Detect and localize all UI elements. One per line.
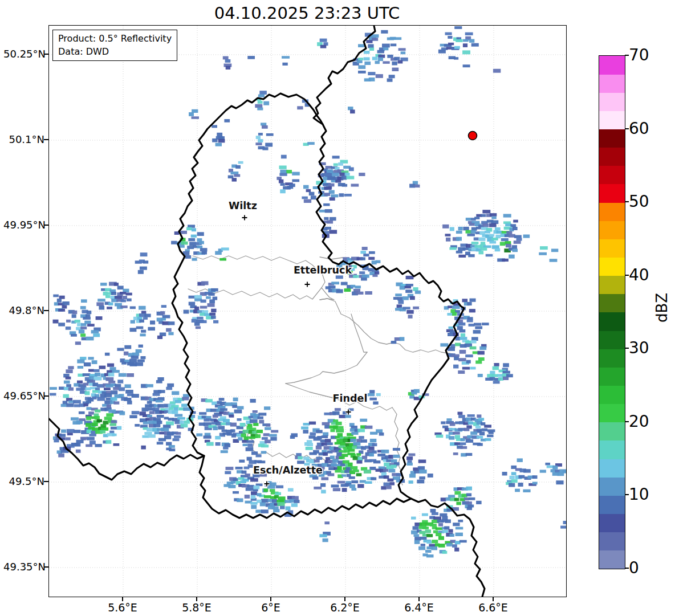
data-source-line: Data: DWD bbox=[58, 45, 172, 58]
colorbar-segment bbox=[599, 367, 625, 386]
y-tick-mark bbox=[44, 566, 48, 568]
radar-echo-layer bbox=[50, 26, 566, 557]
colorbar-tick-mark bbox=[625, 494, 629, 495]
x-tick-label: 6.2°E bbox=[322, 601, 368, 614]
colorbar-segment bbox=[599, 202, 625, 221]
region-border bbox=[286, 352, 367, 384]
city-marker bbox=[242, 215, 247, 221]
y-tick-label: 50.1°N bbox=[3, 133, 44, 146]
city-marker bbox=[305, 282, 310, 287]
country-border bbox=[172, 93, 464, 518]
x-tick-label: 6°E bbox=[248, 601, 294, 614]
colorbar-tick-mark bbox=[625, 55, 629, 56]
colorbar-segment bbox=[599, 276, 625, 295]
colorbar-tick-label: 60 bbox=[629, 119, 649, 138]
colorbar-segment bbox=[599, 221, 625, 239]
colorbar-tick-mark bbox=[625, 348, 629, 349]
colorbar bbox=[599, 55, 625, 569]
x-tick-label: 5.8°E bbox=[174, 601, 219, 614]
city-label: Wiltz bbox=[229, 200, 257, 211]
y-tick-label: 49.65°N bbox=[3, 390, 44, 402]
colorbar-segment bbox=[599, 184, 625, 203]
colorbar-segment bbox=[599, 258, 625, 276]
page-title: 04.10.2025 23:23 UTC bbox=[48, 3, 566, 23]
y-tick-label: 49.5°N bbox=[3, 475, 44, 488]
x-tick-label: 6.4°E bbox=[396, 601, 442, 614]
colorbar-segment bbox=[599, 294, 625, 313]
colorbar-tick-label: 50 bbox=[629, 192, 649, 211]
x-tick-mark bbox=[122, 597, 123, 601]
colorbar-tick-mark bbox=[625, 275, 629, 276]
radar-map-canvas: WiltzEttelbruckFindelEsch/Alzette bbox=[49, 26, 566, 597]
radar-site-dot bbox=[469, 132, 477, 140]
colorbar-segment bbox=[599, 440, 625, 459]
colorbar-segment bbox=[599, 56, 625, 75]
colorbar-tick-label: 20 bbox=[629, 412, 649, 431]
colorbar-segment bbox=[599, 166, 625, 185]
x-tick-mark bbox=[418, 597, 420, 601]
x-tick-mark bbox=[270, 597, 271, 601]
y-tick-label: 50.25°N bbox=[3, 48, 44, 60]
colorbar-segment bbox=[599, 422, 625, 441]
colorbar-tick-label: 10 bbox=[629, 485, 649, 504]
colorbar-segment bbox=[599, 312, 625, 331]
y-tick-label: 49.35°N bbox=[3, 561, 44, 573]
colorbar-tick-mark bbox=[625, 568, 629, 569]
colorbar-segment bbox=[599, 532, 625, 551]
y-tick-mark bbox=[44, 310, 48, 311]
city-label: Findel bbox=[333, 393, 368, 404]
colorbar-tick-label: 70 bbox=[629, 46, 649, 65]
colorbar-tick-label: 0 bbox=[629, 558, 639, 578]
colorbar-segment bbox=[599, 386, 625, 405]
colorbar-segment bbox=[599, 514, 625, 533]
colorbar-tick-mark bbox=[625, 128, 629, 129]
colorbar-segment bbox=[599, 129, 625, 148]
product-info-box: Product: 0.5° Reflectivity Data: DWD bbox=[52, 30, 177, 61]
colorbar-segment bbox=[599, 404, 625, 423]
y-tick-mark bbox=[44, 225, 48, 226]
x-tick-mark bbox=[344, 597, 345, 601]
colorbar-tick-label: 30 bbox=[629, 338, 649, 358]
colorbar-segment bbox=[599, 495, 625, 514]
colorbar-tick-label: 40 bbox=[629, 266, 649, 285]
x-tick-mark bbox=[196, 597, 197, 601]
x-tick-mark bbox=[493, 597, 494, 601]
colorbar-tick-mark bbox=[625, 421, 629, 422]
y-tick-mark bbox=[44, 139, 48, 140]
city-label: Esch/Alzette bbox=[253, 464, 323, 476]
product-line: Product: 0.5° Reflectivity bbox=[58, 32, 172, 45]
y-tick-mark bbox=[44, 481, 48, 482]
y-tick-label: 49.95°N bbox=[3, 219, 44, 231]
x-tick-label: 6.6°E bbox=[470, 601, 516, 614]
colorbar-segment bbox=[599, 239, 625, 258]
city-wiltz: Wiltz bbox=[229, 200, 257, 221]
grid-layer bbox=[49, 26, 566, 597]
colorbar-segment bbox=[599, 111, 625, 129]
y-tick-label: 49.8°N bbox=[3, 304, 44, 317]
colorbar-segment bbox=[599, 331, 625, 349]
colorbar-segment bbox=[599, 550, 625, 569]
y-tick-mark bbox=[44, 395, 48, 397]
map-plot-area: WiltzEttelbruckFindelEsch/Alzette bbox=[48, 25, 567, 597]
colorbar-tick-mark bbox=[625, 201, 629, 202]
colorbar-segment bbox=[599, 477, 625, 496]
y-tick-mark bbox=[44, 54, 48, 55]
colorbar-segment bbox=[599, 148, 625, 166]
x-tick-label: 5.6°E bbox=[100, 601, 145, 614]
colorbar-segment bbox=[599, 92, 625, 111]
colorbar-segment bbox=[599, 349, 625, 368]
colorbar-segment bbox=[599, 74, 625, 93]
region-border bbox=[320, 299, 453, 354]
city-label: Ettelbruck bbox=[294, 264, 352, 276]
colorbar-unit-label: dBZ bbox=[653, 279, 671, 336]
colorbar-segment bbox=[599, 459, 625, 478]
city-esch-alzette: Esch/Alzette bbox=[253, 464, 323, 487]
radar-screenshot: 04.10.2025 23:23 UTC WiltzEttelbruckFind… bbox=[0, 0, 675, 616]
